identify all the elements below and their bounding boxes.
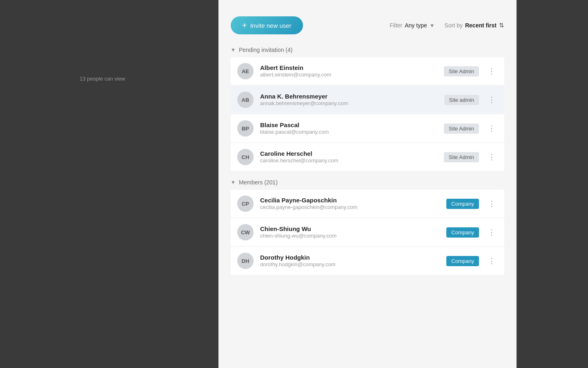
more-options-button[interactable]: ⋮ (486, 94, 498, 105)
user-email: albert.einstein@company.com (260, 72, 437, 79)
toolbar: + Invite new user Filter Any type ▼ Sort… (231, 16, 504, 34)
sort-value: Recent first (465, 22, 497, 29)
user-email: caroline.herschel@company.com (260, 157, 437, 164)
members-section-title: Members (201) (239, 179, 278, 186)
user-name: Cecilia Payne-Gaposchkin (260, 196, 440, 204)
sort-icon: ⇅ (499, 22, 504, 29)
table-row: CP Cecilia Payne-Gaposchkin cecilia.payn… (231, 190, 504, 218)
avatar: BP (237, 120, 254, 137)
role-badge: Company (446, 227, 479, 238)
left-panel: 13 people can view (71, 0, 218, 368)
table-row: DH Dorothy Hodgkin dorothy.hodgkin@compa… (231, 247, 504, 275)
user-info: Chien-Shiung Wu chien-shiung.wu@company.… (260, 225, 440, 240)
user-name: Caroline Herschel (260, 150, 437, 158)
avatar: AB (237, 92, 254, 108)
table-row: AB Anna K. Behrensmeyer annak.behrensmey… (231, 86, 504, 114)
filter-icon: ▼ (430, 22, 435, 29)
user-name: Blaise Pascal (260, 121, 437, 129)
pending-users-list: AE Albert Einstein albert.einstein@compa… (231, 57, 504, 171)
pending-chevron-icon: ▼ (231, 47, 236, 53)
avatar: CW (237, 224, 254, 240)
user-email: chien-shiung.wu@company.com (260, 233, 440, 240)
filter-label: Filter (390, 22, 402, 29)
more-options-button[interactable]: ⋮ (486, 227, 498, 238)
user-email: dorothy.hodgkin@company.com (260, 261, 440, 268)
members-section: ▼ Members (201) CP Cecilia Payne-Gaposch… (231, 179, 504, 275)
user-name: Dorothy Hodgkin (260, 254, 440, 262)
toolbar-right: Filter Any type ▼ Sort by Recent first ⇅ (390, 22, 504, 29)
avatar: DH (237, 253, 254, 269)
user-name: Albert Einstein (260, 64, 437, 72)
sort-label: Sort by (445, 22, 463, 29)
user-info: Albert Einstein albert.einstein@company.… (260, 64, 437, 79)
invite-button-label: Invite new user (250, 22, 292, 29)
role-badge: Site Admin (444, 152, 479, 162)
more-options-button[interactable]: ⋮ (486, 66, 498, 76)
user-email: blaise.pascal@company.com (260, 129, 437, 136)
filter-value: Any type (405, 22, 427, 29)
avatar: CP (237, 195, 254, 212)
people-can-view-label: 13 people can view (80, 76, 125, 82)
more-options-button[interactable]: ⋮ (486, 123, 498, 134)
pending-section-title: Pending invitation (4) (239, 47, 293, 53)
table-row: CH Caroline Herschel caroline.herschel@c… (231, 143, 504, 171)
pending-section-header[interactable]: ▼ Pending invitation (4) (231, 47, 504, 53)
main-panel: + Invite new user Filter Any type ▼ Sort… (218, 0, 517, 368)
user-info: Dorothy Hodgkin dorothy.hodgkin@company.… (260, 254, 440, 268)
avatar: CH (237, 149, 254, 165)
user-info: Anna K. Behrensmeyer annak.behrensmeyer@… (260, 92, 438, 107)
filter-control[interactable]: Filter Any type ▼ (390, 22, 434, 29)
members-chevron-icon: ▼ (231, 180, 236, 185)
role-badge: Company (446, 199, 479, 209)
more-options-button[interactable]: ⋮ (486, 198, 498, 209)
role-badge: Site Admin (444, 123, 479, 134)
members-section-header[interactable]: ▼ Members (201) (231, 179, 504, 186)
table-row: AE Albert Einstein albert.einstein@compa… (231, 57, 504, 85)
sort-control[interactable]: Sort by Recent first ⇅ (445, 22, 504, 29)
table-row: BP Blaise Pascal blaise.pascal@company.c… (231, 114, 504, 142)
plus-icon: + (242, 21, 247, 29)
table-row: CW Chien-Shiung Wu chien-shiung.wu@compa… (231, 218, 504, 246)
invite-new-user-button[interactable]: + Invite new user (231, 16, 303, 34)
user-name: Chien-Shiung Wu (260, 225, 440, 233)
pending-section: ▼ Pending invitation (4) AE Albert Einst… (231, 47, 504, 171)
user-email: annak.behrensmeyer@company.com (260, 100, 438, 107)
role-badge: Company (446, 256, 479, 266)
user-info: Blaise Pascal blaise.pascal@company.com (260, 121, 437, 136)
user-info: Caroline Herschel caroline.herschel@comp… (260, 150, 437, 164)
more-options-button[interactable]: ⋮ (486, 256, 498, 266)
user-name: Anna K. Behrensmeyer (260, 92, 438, 101)
role-badge: Site admin (444, 95, 479, 105)
user-email: cecilia.payne-gaposchkin@company.com (260, 204, 440, 211)
members-users-list: CP Cecilia Payne-Gaposchkin cecilia.payn… (231, 190, 504, 275)
role-badge: Site Admin (444, 66, 479, 76)
user-info: Cecilia Payne-Gaposchkin cecilia.payne-g… (260, 196, 440, 211)
more-options-button[interactable]: ⋮ (486, 152, 498, 162)
avatar: AE (237, 63, 254, 79)
